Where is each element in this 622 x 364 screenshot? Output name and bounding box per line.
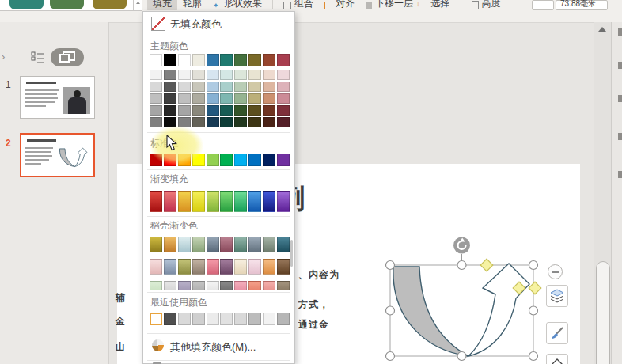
vertical-scrollbar[interactable] [594, 22, 611, 364]
color-swatch[interactable] [164, 82, 176, 92]
color-swatch[interactable] [277, 191, 290, 212]
color-swatch[interactable] [220, 259, 233, 275]
color-swatch[interactable] [178, 154, 191, 166]
color-swatch[interactable] [248, 259, 261, 275]
color-swatch[interactable] [164, 281, 176, 290]
color-swatch[interactable] [263, 154, 275, 166]
color-swatch[interactable] [277, 54, 290, 66]
color-swatch[interactable] [164, 313, 176, 325]
color-swatch[interactable] [192, 93, 205, 104]
size-input[interactable]: 73.88毫米 [556, 0, 608, 10]
color-swatch[interactable] [178, 105, 191, 116]
color-swatch[interactable] [178, 281, 191, 290]
color-swatch[interactable] [192, 105, 205, 116]
color-swatch[interactable] [234, 313, 247, 325]
arrow-left-curve[interactable] [393, 267, 468, 356]
color-swatch[interactable] [248, 117, 261, 127]
color-swatch[interactable] [178, 93, 191, 104]
style-preset-green[interactable] [50, 0, 84, 9]
style-preset-teal[interactable] [9, 0, 44, 9]
color-swatch[interactable] [248, 93, 261, 104]
color-swatch[interactable] [248, 154, 261, 166]
color-swatch[interactable] [220, 191, 233, 212]
color-swatch[interactable] [150, 313, 162, 325]
color-swatch[interactable] [234, 191, 247, 212]
color-swatch[interactable] [234, 259, 247, 275]
collapse-panel-icon[interactable]: › [2, 51, 5, 63]
color-swatch[interactable] [277, 117, 290, 127]
color-swatch[interactable] [277, 313, 290, 325]
size-spinner[interactable] [532, 0, 554, 10]
color-swatch[interactable] [164, 191, 176, 212]
color-swatch[interactable] [220, 54, 233, 66]
color-swatch[interactable] [234, 117, 247, 127]
color-swatch[interactable] [220, 237, 233, 252]
select-button[interactable]: 选择 [426, 0, 456, 10]
color-swatch[interactable] [178, 117, 191, 127]
color-swatch[interactable] [207, 281, 219, 290]
slide-2-thumbnail[interactable] [20, 133, 95, 177]
color-swatch[interactable] [263, 281, 275, 290]
color-swatch[interactable] [207, 154, 219, 166]
brush-button[interactable] [546, 322, 568, 344]
color-swatch[interactable] [192, 70, 205, 80]
color-swatch[interactable] [207, 117, 219, 127]
color-swatch[interactable] [192, 54, 205, 66]
color-swatch[interactable] [150, 93, 162, 104]
color-swatch[interactable] [263, 237, 275, 252]
color-swatch[interactable] [248, 82, 261, 92]
color-swatch[interactable] [150, 191, 162, 212]
color-swatch[interactable] [277, 105, 290, 116]
color-swatch[interactable] [277, 93, 290, 104]
color-swatch[interactable] [263, 70, 275, 80]
color-swatch[interactable] [150, 54, 162, 66]
color-swatch[interactable] [263, 191, 275, 212]
color-swatch[interactable] [150, 281, 162, 290]
color-swatch[interactable] [150, 105, 162, 116]
color-swatch[interactable] [248, 191, 261, 212]
color-swatch[interactable] [207, 70, 219, 80]
color-swatch[interactable] [263, 93, 275, 104]
no-fill-item[interactable]: 无填充颜色 [143, 14, 294, 33]
more-fill-colors-item[interactable]: 其他填充颜色(M)... [143, 338, 294, 357]
color-swatch[interactable] [248, 237, 261, 252]
color-swatch[interactable] [178, 54, 191, 66]
scrollbar-thumb[interactable] [596, 261, 610, 364]
color-swatch[interactable] [207, 259, 219, 275]
layers-button[interactable] [546, 285, 568, 307]
color-swatch[interactable] [192, 237, 205, 252]
color-swatch[interactable] [164, 70, 176, 80]
color-swatch[interactable] [178, 313, 191, 325]
color-swatch[interactable] [277, 237, 290, 252]
color-swatch[interactable] [277, 281, 290, 290]
color-swatch[interactable] [234, 105, 247, 116]
color-swatch[interactable] [220, 313, 233, 325]
fill-button[interactable]: 填充 [147, 0, 177, 10]
color-swatch[interactable] [220, 70, 233, 80]
color-swatch[interactable] [220, 117, 233, 127]
color-swatch[interactable] [164, 237, 176, 252]
color-swatch[interactable] [178, 82, 191, 92]
color-swatch[interactable] [234, 54, 247, 66]
color-swatch[interactable] [192, 154, 205, 166]
color-swatch[interactable] [178, 191, 191, 212]
color-swatch[interactable] [207, 93, 219, 104]
shape-format-button[interactable] [546, 354, 568, 364]
color-swatch[interactable] [234, 281, 247, 290]
shape-effects-button[interactable]: ✦ 形状效果 [207, 0, 267, 10]
color-swatch[interactable] [164, 54, 176, 66]
color-swatch[interactable] [164, 154, 176, 166]
color-swatch[interactable] [207, 54, 219, 66]
slide-1-thumbnail[interactable] [20, 76, 95, 119]
color-swatch[interactable] [150, 117, 162, 127]
arrow-right-curve[interactable] [468, 264, 529, 356]
color-swatch[interactable] [192, 281, 205, 290]
slide-view-toggle[interactable] [51, 48, 84, 66]
color-swatch[interactable] [234, 82, 247, 92]
color-swatch[interactable] [220, 93, 233, 104]
color-swatch[interactable] [277, 154, 290, 166]
gallery-scroll-button[interactable] [134, 0, 142, 11]
color-swatch[interactable] [234, 237, 247, 252]
shape-style-gallery[interactable] [0, 0, 134, 11]
color-swatch[interactable] [263, 259, 275, 275]
